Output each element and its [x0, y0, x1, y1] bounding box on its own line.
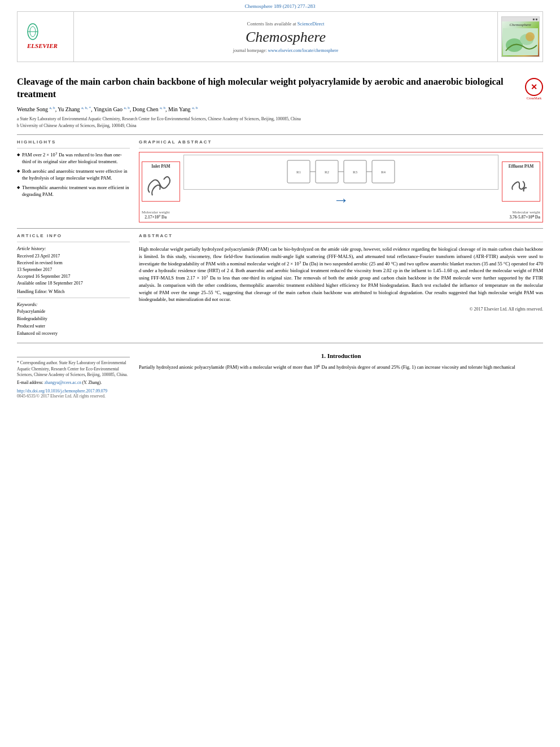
- corresponding-text: * Corresponding author. State Key Labora…: [17, 360, 130, 378]
- doi-link[interactable]: http://dx.doi.org/10.1016/j.chemosphere.…: [17, 388, 130, 394]
- email-line: E-mail address: zhangyu@rcees.ac.cn (Y. …: [17, 380, 130, 385]
- corresponding-footnote: * Corresponding author. State Key Labora…: [17, 357, 130, 385]
- journal-header: ELSEVIER Contents lists available at Sci…: [17, 11, 543, 62]
- svg-text:R2: R2: [325, 170, 330, 174]
- inlet-mw: Molecular weight 2.17×10⁷ Da: [142, 210, 170, 220]
- article-title: Cleavage of the main carbon chain backbo…: [17, 76, 519, 101]
- highlights-graphical-row: HIGHLIGHTS ◆ PAM over 2 × 10⁷ Da was red…: [17, 139, 543, 222]
- contents-available: Contents lists available at ScienceDirec…: [247, 21, 325, 27]
- keywords-label: Keywords:: [17, 302, 130, 307]
- introduction-column: 1. Introduction Partially hydrolyzed ani…: [139, 352, 543, 399]
- affiliation-a: a State Key Laboratory of Environmental …: [17, 116, 519, 122]
- footnotes-column: * Corresponding author. State Key Labora…: [17, 352, 130, 399]
- received-date: Received 23 April 2017: [17, 253, 130, 260]
- graphical-abstract-box: Inlet PAM: [139, 152, 543, 222]
- list-item: ◆ PAM over 2 × 10⁷ Da was reduced to les…: [17, 152, 130, 165]
- keyword-3: Produced water: [17, 323, 130, 330]
- journal-thumbnail: ■ ■ Chemosphere: [497, 12, 542, 62]
- keywords-section: Keywords: Polyacrylamide Biodegradabilit…: [17, 298, 130, 337]
- effluent-mw: Molecular weight 3.76-5.87×10⁶ Da: [509, 210, 540, 220]
- accepted-date: Accepted 16 September 2017: [17, 273, 130, 280]
- authors-line: Wenzhe Song a, b, Yu Zhang a, b, *, Ying…: [17, 106, 519, 113]
- abstract-divider: [139, 242, 543, 242]
- homepage-link[interactable]: www.elsevier.com/locate/chemosphere: [268, 48, 339, 53]
- sciencedirect-link[interactable]: ScienceDirect: [298, 21, 325, 27]
- journal-title-area: Contents lists available at ScienceDirec…: [74, 12, 497, 62]
- intro-text: Partially hydrolyzed anionic polyacrylam…: [139, 364, 543, 371]
- article-info-label: ARTICLE INFO: [17, 233, 130, 238]
- svg-point-6: [526, 32, 535, 41]
- highlights-label: HIGHLIGHTS: [17, 139, 130, 145]
- inlet-pam-icon: [144, 170, 178, 198]
- process-arrow-area: R1 R2 R3 R4 →: [183, 155, 498, 208]
- highlights-section: HIGHLIGHTS ◆ PAM over 2 × 10⁷ Da was red…: [17, 139, 130, 222]
- large-arrow: →: [333, 192, 349, 208]
- bottom-divider: [17, 343, 543, 343]
- available-date: Available online 18 September 2017: [17, 280, 130, 287]
- svg-text:R1: R1: [296, 170, 301, 174]
- effluent-pam-box: Effluent PAM: [502, 161, 540, 202]
- journal-name: Chemosphere: [246, 29, 326, 46]
- history-label: Article history:: [17, 246, 130, 251]
- title-divider: [17, 134, 543, 135]
- elsevier-wordmark: ELSEVIER: [27, 42, 64, 50]
- bullet-icon: ◆: [17, 152, 20, 165]
- journal-reference: Chemosphere 189 (2017) 277–283: [0, 0, 560, 11]
- process-box: R1 R2 R3 R4: [183, 155, 498, 190]
- article-title-section: Cleavage of the main carbon chain backbo…: [17, 76, 543, 130]
- keyword-2: Biodegradability: [17, 316, 130, 323]
- handling-editor: Handling Editor: W Mitch: [17, 289, 130, 294]
- svg-text:R4: R4: [381, 170, 386, 174]
- article-info-section: ARTICLE INFO Article history: Received 2…: [17, 233, 130, 337]
- keyword-4: Enhanced oil recovery: [17, 330, 130, 338]
- ga-divider: [139, 148, 543, 148]
- keyword-1: Polyacrylamide: [17, 308, 130, 316]
- crossmark-badge[interactable]: ✕ CrossMark: [525, 78, 543, 100]
- affiliation-b: b University of Chinese Academy of Scien…: [17, 123, 519, 129]
- journal-homepage: journal homepage: www.elsevier.com/locat…: [233, 48, 339, 53]
- doi-section: http://dx.doi.org/10.1016/j.chemosphere.…: [17, 388, 130, 399]
- graphical-abstract-section: GRAPHICAL ABSTRACT Inlet PAM: [139, 139, 543, 222]
- inlet-pam-box: Inlet PAM: [142, 161, 180, 202]
- ga-content: Inlet PAM: [142, 155, 540, 208]
- intro-title: 1. Introduction: [139, 352, 543, 359]
- info-abstract-row: ARTICLE INFO Article history: Received 2…: [17, 233, 543, 337]
- graphical-abstract-label: GRAPHICAL ABSTRACT: [139, 139, 543, 145]
- highlights-list: ◆ PAM over 2 × 10⁷ Da was reduced to les…: [17, 152, 130, 198]
- kw-divider: [17, 298, 130, 298]
- bullet-icon: ◆: [17, 185, 20, 198]
- issn-line: 0045-6535/© 2017 Elsevier Ltd. All right…: [17, 394, 130, 399]
- abstract-label: ABSTRACT: [139, 233, 543, 238]
- journal-cover-image: ■ ■ Chemosphere: [501, 16, 540, 57]
- inlet-label: Inlet PAM: [144, 164, 178, 169]
- abstract-section: ABSTRACT High molecular weight partially…: [139, 233, 543, 337]
- article-title-text: Cleavage of the main carbon chain backbo…: [17, 76, 519, 130]
- bottom-section: * Corresponding author. State Key Labora…: [17, 352, 543, 399]
- article-body: Cleavage of the main carbon chain backbo…: [17, 69, 543, 399]
- author-email[interactable]: zhangyu@rcees.ac.cn: [45, 380, 81, 385]
- introduction-section: 1. Introduction Partially hydrolyzed ani…: [139, 352, 543, 371]
- list-item: ◆ Thermophilic anaerobic treatment was m…: [17, 185, 130, 198]
- list-item: ◆ Both aerobic and anaerobic treatment w…: [17, 168, 130, 182]
- bullet-icon: ◆: [17, 169, 20, 182]
- crossmark-icon: ✕: [525, 78, 543, 96]
- info-divider: [17, 242, 130, 242]
- elsevier-logo-area: ELSEVIER: [18, 12, 74, 62]
- revised-date: Received in revised form 13 September 20…: [17, 260, 130, 273]
- copyright: © 2017 Elsevier Ltd. All rights reserved…: [139, 307, 543, 312]
- effluent-label: Effluent PAM: [504, 164, 538, 169]
- ga-bottom-labels: Molecular weight 2.17×10⁷ Da Molecular w…: [142, 210, 540, 220]
- highlights-divider: [17, 148, 130, 148]
- mid-divider: [17, 228, 543, 229]
- svg-text:R3: R3: [353, 170, 358, 174]
- abstract-text: High molecular weight partially hydrolyz…: [139, 246, 543, 303]
- process-diagram: R1 R2 R3 R4: [186, 158, 496, 186]
- effluent-pam-icon: [504, 170, 538, 198]
